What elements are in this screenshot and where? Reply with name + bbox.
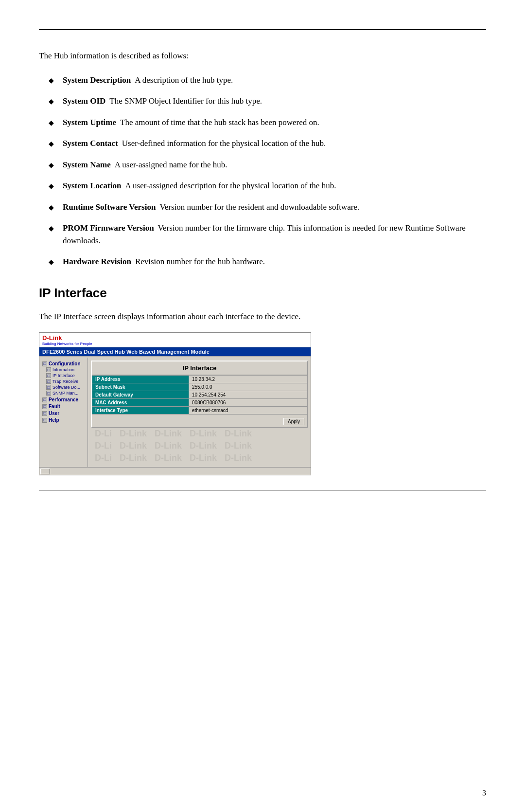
bullet-term: System Location (63, 181, 121, 190)
bullet-desc: The SNMP Object Identifier for this hub … (109, 96, 262, 106)
bullet-item: ◆System NameA user-assigned name for the… (49, 159, 486, 171)
bullet-item: ◆Hardware RevisionRevision number for th… (49, 255, 486, 268)
screenshot-content: IP Interface IP Address10.23.34.2Subnet … (88, 358, 311, 467)
bullet-item: ◆PROM Firmware VersionVersion number for… (49, 222, 486, 247)
sidebar-label: Trap Receive (52, 379, 78, 384)
table-row: IP Address10.23.34.2 (92, 376, 307, 383)
top-rule (39, 29, 486, 30)
sidebar-item-ip-interface[interactable]: □IP Interface (42, 373, 85, 378)
scrollbar[interactable] (39, 467, 311, 475)
sidebar-icon: □ (42, 397, 47, 402)
sidebar-label: Software Do... (52, 385, 80, 390)
bullet-desc: User-defined information for the physica… (122, 139, 326, 148)
table-cell-label: Subnet Mask (92, 383, 189, 391)
sidebar-item-fault[interactable]: □Fault (42, 404, 85, 409)
sidebar-item-performance[interactable]: □Performance (42, 397, 85, 402)
screenshot-sidebar: □Configuration□Information□IP Interface□… (39, 358, 88, 467)
watermark-row-1: D-Li D-Link D-Link D-Link D-Link (91, 428, 308, 440)
bullet-diamond-icon: ◆ (49, 75, 54, 86)
screenshot-body: □Configuration□Information□IP Interface□… (39, 358, 311, 467)
scroll-thumb[interactable] (40, 469, 50, 474)
watermark-cell: D-Li (91, 441, 116, 451)
sidebar-label: SNMP Man... (52, 391, 78, 396)
bullet-term: PROM Firmware Version (63, 223, 154, 233)
sidebar-item-help[interactable]: □Help (42, 417, 85, 423)
sidebar-item-user[interactable]: □User (42, 411, 85, 416)
bullet-item: ◆System DescriptionA description of the … (49, 74, 486, 87)
watermark-rows: D-Li D-Link D-Link D-Link D-Link D-Li D-… (91, 428, 308, 464)
watermark-cell: D-Link (151, 429, 186, 439)
intro-text: The Hub information is described as foll… (39, 50, 486, 62)
bullet-term: Hardware Revision (63, 257, 131, 266)
sidebar-icon: □ (42, 404, 47, 409)
screenshot: D-Link Building Networks for People DFE2… (39, 332, 311, 475)
sidebar-label: IP Interface (52, 373, 75, 378)
table-cell-value: 255.0.0.0 (189, 383, 307, 391)
sidebar-icon: □ (42, 411, 47, 416)
sidebar-icon: □ (46, 391, 51, 396)
watermark-cell: D-Link (221, 441, 256, 451)
bullet-item: ◆Runtime Software VersionVersion number … (49, 201, 486, 214)
table-cell-label: Interface Type (92, 407, 189, 415)
watermark-cell: D-Link (186, 429, 221, 439)
sidebar-item-trap-receive[interactable]: □Trap Receive (42, 379, 85, 384)
bullet-term: System Uptime (63, 118, 116, 127)
sidebar-icon: □ (42, 361, 47, 366)
watermark-cell: D-Link (186, 453, 221, 463)
bullet-diamond-icon: ◆ (49, 223, 54, 234)
watermark-cell: D-Link (186, 441, 221, 451)
bullet-diamond-icon: ◆ (49, 139, 54, 149)
sidebar-item-snmp-man...[interactable]: □SNMP Man... (42, 391, 85, 396)
bullet-diamond-icon: ◆ (49, 202, 54, 213)
apply-row: Apply (92, 415, 307, 427)
sidebar-item-configuration[interactable]: □Configuration (42, 361, 85, 366)
logo-area: D-Link Building Networks for People (39, 333, 311, 347)
sidebar-item-software-do...[interactable]: □Software Do... (42, 385, 85, 390)
bullet-term: Runtime Software Version (63, 202, 156, 212)
table-row: Subnet Mask255.0.0.0 (92, 383, 307, 391)
sidebar-icon: □ (46, 385, 51, 390)
dlink-logo-sub: Building Networks for People (42, 342, 308, 346)
watermark-cell: D-Li (91, 453, 116, 463)
bullet-item: ◆System OIDThe SNMP Object Identifier fo… (49, 95, 486, 108)
bullet-diamond-icon: ◆ (49, 257, 54, 267)
bullet-term: System Contact (63, 139, 118, 148)
sidebar-label: Fault (49, 404, 60, 409)
watermark-cell: D-Li (91, 429, 116, 439)
page: The Hub information is described as foll… (0, 0, 525, 812)
sidebar-label: Configuration (49, 361, 81, 366)
watermark-cell: D-Link (151, 453, 186, 463)
sidebar-label: Performance (49, 397, 78, 402)
watermark-cell: D-Link (221, 453, 256, 463)
table-cell-value: 10.23.34.2 (189, 376, 307, 383)
apply-button[interactable]: Apply (283, 418, 304, 425)
bottom-rule (39, 490, 486, 490)
sidebar-icon: □ (46, 379, 51, 384)
watermark-cell: D-Link (116, 453, 151, 463)
bullet-term: System Description (63, 75, 131, 85)
bullet-item: ◆System UptimeThe amount of time that th… (49, 116, 486, 129)
table-row: Interface Typeethernet-csmacd (92, 407, 307, 415)
table-cell-label: MAC Address (92, 399, 189, 407)
bullet-term: System OID (63, 96, 105, 106)
watermark-cell: D-Link (151, 441, 186, 451)
bullet-item: ◆System LocationA user-assigned descript… (49, 180, 486, 192)
panel-title: IP Interface (92, 361, 307, 375)
bullet-desc: A description of the hub type. (135, 75, 233, 85)
page-number: 3 (482, 789, 486, 797)
table-cell-label: Default Gateway (92, 391, 189, 399)
bullet-diamond-icon: ◆ (49, 160, 54, 170)
table-row: MAC Address0080CB080706 (92, 399, 307, 407)
sidebar-icon: □ (46, 373, 51, 378)
table-cell-value: 10.254.254.254 (189, 391, 307, 399)
table-cell-value: ethernet-csmacd (189, 407, 307, 415)
bullet-desc: Revision number for the hub hardware. (135, 257, 265, 266)
panel-table: IP Address10.23.34.2Subnet Mask255.0.0.0… (92, 375, 307, 415)
screenshot-banner: DFE2600 Series Dual Speed Hub Web Based … (39, 347, 311, 356)
bullet-item: ◆System ContactUser-defined information … (49, 137, 486, 150)
watermark-cell: D-Link (116, 429, 151, 439)
bullet-list: ◆System DescriptionA description of the … (39, 74, 486, 268)
sidebar-icon: □ (46, 367, 51, 372)
sidebar-label: User (49, 411, 59, 416)
sidebar-item-information[interactable]: □Information (42, 367, 85, 372)
